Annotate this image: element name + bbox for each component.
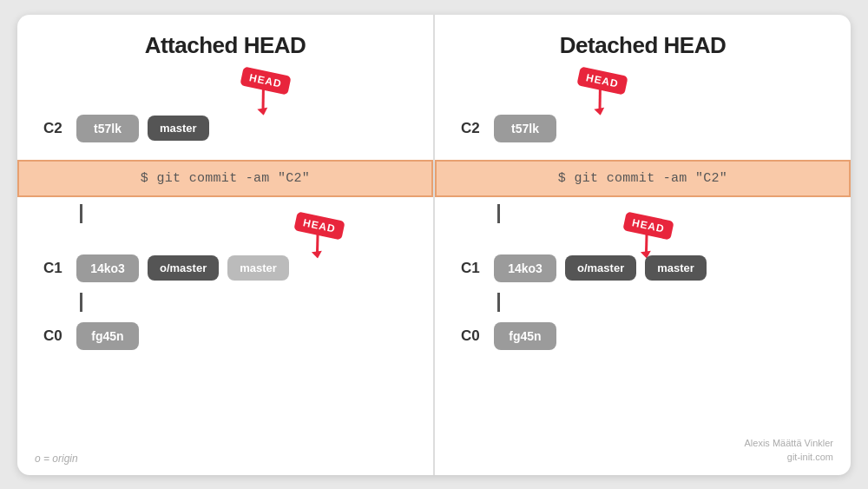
commit-row-c0-detached: C0 fg45n (461, 312, 556, 360)
commit-row-c2-attached: C2 t57lk master (43, 104, 407, 153)
attribution: Alexis Määttä Vinkler git-init.com (744, 436, 833, 465)
vline-c2-c1-detached (497, 204, 500, 223)
vline-c1-c0-attached (80, 293, 82, 312)
attribution-site: git-init.com (744, 450, 833, 465)
vline-c2-c1-attached (80, 204, 82, 223)
panel-attached: Attached HEAD HEAD C2 t57lk master $ git… (17, 15, 435, 475)
c1-omaster-tag-detached: o/master (565, 255, 636, 281)
commit-row-c2-detached: C2 t57lk (461, 104, 825, 153)
commit-row-c1-detached: C1 14ko3 o/master master (461, 244, 825, 293)
c0-label-attached: C0 (43, 327, 68, 345)
commit-row-c0-attached: C0 fg45n (43, 312, 139, 360)
attribution-name: Alexis Määttä Vinkler (744, 436, 833, 451)
c1-hash-detached: 14ko3 (494, 254, 556, 282)
diagram-container: Attached HEAD HEAD C2 t57lk master $ git… (17, 15, 851, 475)
c1-omaster-tag-attached: o/master (148, 255, 219, 281)
c0-hash-detached: fg45n (494, 322, 556, 350)
commit-band-left: $ git commit -am "C2" (17, 160, 433, 197)
commit-band-right: $ git commit -am "C2" (435, 160, 851, 197)
c1-master-tag-detached: master (645, 255, 707, 281)
c2-master-tag-attached: master (148, 116, 209, 141)
vline-c1-c0-detached (497, 293, 500, 312)
commit-row-c1-attached: C1 14ko3 o/master master (43, 244, 407, 293)
attached-title: Attached HEAD (145, 32, 306, 59)
c2-hash-detached: t57lk (494, 115, 556, 142)
detached-title: Detached HEAD (560, 32, 726, 59)
origin-note: o = origin (35, 453, 78, 465)
c1-master-tag-attached: master (227, 255, 289, 281)
c0-label-detached: C0 (461, 327, 485, 345)
c2-label-detached: C2 (461, 120, 485, 137)
c2-label-attached: C2 (43, 120, 68, 137)
c2-hash-attached: t57lk (76, 115, 139, 142)
c1-label-attached: C1 (43, 260, 68, 277)
c1-hash-attached: 14ko3 (76, 254, 139, 282)
panel-detached: Detached HEAD HEAD C2 t57lk $ git commit… (435, 15, 851, 475)
c0-hash-attached: fg45n (76, 322, 139, 350)
c1-label-detached: C1 (461, 260, 485, 277)
